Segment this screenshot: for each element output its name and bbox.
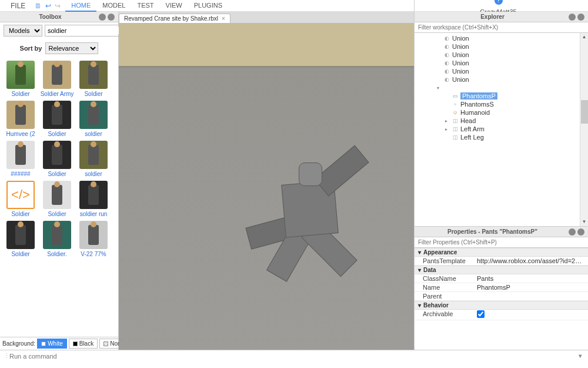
thumbnail bbox=[43, 101, 71, 129]
thumbnail bbox=[6, 61, 35, 89]
tree-node[interactable]: ▭PhantomsP bbox=[415, 92, 588, 100]
expand-icon[interactable]: ▾ bbox=[437, 85, 442, 91]
document-tabs: Revamped Crane site by Shake.rbxl × bbox=[119, 12, 414, 24]
prop-pants-template[interactable]: PantsTemplatehttp://www.roblox.com/asset… bbox=[415, 257, 588, 266]
section-behavior[interactable]: ▾Behavior bbox=[415, 301, 588, 310]
file-menu[interactable]: FILE bbox=[5, 0, 31, 12]
expand-icon[interactable]: ▸ bbox=[445, 118, 450, 124]
explorer-scrollbar[interactable]: ▲ ▼ bbox=[580, 33, 588, 226]
archivable-checkbox[interactable] bbox=[477, 310, 485, 318]
tree-node[interactable]: ▫PhantomsS bbox=[415, 100, 588, 108]
bg-black-button[interactable]: Black bbox=[69, 339, 98, 349]
collapse-icon: ▾ bbox=[418, 249, 421, 256]
menu-test[interactable]: TEST bbox=[131, 0, 159, 12]
toolbox-item[interactable]: soldier bbox=[75, 99, 112, 139]
toolbox-item[interactable]: </>Soldier bbox=[2, 179, 39, 219]
command-input[interactable] bbox=[9, 353, 576, 360]
toolbox-item[interactable]: soldier run bbox=[75, 179, 112, 219]
ico-union-icon: ◐ bbox=[443, 43, 450, 50]
properties-filter[interactable] bbox=[415, 237, 588, 248]
scroll-up-icon[interactable]: ▲ bbox=[580, 33, 588, 41]
toolbox-item[interactable]: ###### bbox=[2, 139, 39, 179]
toolbox-popout-icon[interactable] bbox=[99, 14, 106, 21]
ico-part-icon: ◫ bbox=[452, 134, 459, 141]
properties-list: ▾Appearance PantsTemplatehttp://www.robl… bbox=[415, 248, 588, 350]
category-select[interactable]: Models bbox=[4, 25, 42, 37]
explorer-filter[interactable] bbox=[415, 22, 588, 33]
tab-title: Revamped Crane site by Shake.rbxl bbox=[124, 15, 218, 22]
toolbox-item[interactable]: soldier bbox=[75, 139, 112, 179]
toolbox-item[interactable]: Soldier bbox=[2, 59, 39, 99]
ico-part-icon: ◫ bbox=[452, 117, 459, 124]
tree-node[interactable]: ◐Union bbox=[415, 51, 588, 59]
section-appearance[interactable]: ▾Appearance bbox=[415, 248, 588, 257]
avatar-left-arm bbox=[314, 145, 369, 197]
help-icon[interactable]: ? bbox=[495, 0, 503, 5]
tree-node[interactable]: ▸◫Left Arm bbox=[415, 125, 588, 133]
properties-filter-input[interactable] bbox=[415, 237, 588, 247]
toolbox-title: Toolbox bbox=[4, 14, 97, 20]
toolbox-grid[interactable]: SoldierSoldier ArmySoldierHumvee (2Soldi… bbox=[0, 59, 118, 337]
scroll-thumb[interactable] bbox=[581, 100, 588, 124]
toolbox-item[interactable]: Soldier bbox=[39, 179, 75, 219]
command-history-icon[interactable]: ▾ bbox=[576, 352, 584, 360]
new-file-icon[interactable]: 🗎 bbox=[35, 2, 42, 10]
tree-node[interactable]: ◐Union bbox=[415, 67, 588, 75]
properties-popout-icon[interactable] bbox=[569, 228, 576, 236]
thumbnail bbox=[43, 61, 71, 89]
toolbox-item[interactable]: V-22 77% bbox=[75, 219, 112, 259]
node-label: Union bbox=[452, 43, 469, 50]
tree-node[interactable]: ◐Union bbox=[415, 59, 588, 67]
menu-model[interactable]: MODEL bbox=[96, 0, 131, 12]
section-data[interactable]: ▾Data bbox=[415, 266, 588, 274]
explorer-tree[interactable]: ◐Union◐Union◐Union◐Union◐Union◐Union▾▭Ph… bbox=[415, 33, 588, 226]
toolbox-item[interactable]: Soldier bbox=[39, 139, 75, 179]
bg-white-button[interactable]: White bbox=[37, 339, 67, 349]
toolbox-item[interactable]: Soldier. bbox=[39, 219, 75, 259]
prop-archivable[interactable]: Archivable bbox=[415, 310, 588, 320]
toolbox-item[interactable]: Soldier bbox=[39, 99, 75, 139]
explorer-popout-icon[interactable] bbox=[569, 14, 576, 21]
tab-close-icon[interactable]: × bbox=[222, 15, 225, 22]
tree-node[interactable]: ◫Left Leg bbox=[415, 133, 588, 141]
quick-access: FILE 🗎 ↩ ↪ bbox=[0, 0, 65, 12]
search-input[interactable] bbox=[48, 27, 129, 34]
menu-view[interactable]: VIEW bbox=[160, 0, 188, 12]
explorer-close-icon[interactable] bbox=[577, 14, 584, 21]
prop-parent[interactable]: Parent bbox=[415, 292, 588, 301]
tree-node[interactable]: ◐Union bbox=[415, 75, 588, 84]
toolbox-item[interactable]: Soldier Army bbox=[39, 59, 75, 99]
3d-viewport[interactable] bbox=[119, 24, 414, 350]
node-label: Union bbox=[452, 35, 469, 42]
redo-icon[interactable]: ↪ bbox=[55, 2, 61, 10]
properties-close-icon[interactable] bbox=[577, 228, 584, 236]
tree-node[interactable]: ☺Humanoid bbox=[415, 108, 588, 117]
node-label: PhantomsS bbox=[460, 101, 494, 108]
prop-classname[interactable]: ClassNamePants bbox=[415, 274, 588, 283]
document-tab[interactable]: Revamped Crane site by Shake.rbxl × bbox=[119, 14, 230, 23]
item-label: Soldier bbox=[4, 251, 38, 257]
expand-icon[interactable]: ▸ bbox=[445, 127, 450, 132]
sort-select[interactable]: Relevance bbox=[45, 42, 98, 54]
toolbox-item[interactable]: Humvee (2 bbox=[2, 99, 39, 139]
ico-union-icon: ◐ bbox=[443, 35, 450, 42]
menu-plugins[interactable]: PLUGINS bbox=[188, 0, 228, 12]
tree-node[interactable]: ▾ bbox=[415, 84, 588, 92]
tree-node[interactable]: ◐Union bbox=[415, 34, 588, 42]
properties-title: Properties - Pants "PhantomsP" bbox=[418, 228, 567, 235]
command-bar[interactable]: ⋮⋮ ▾ bbox=[0, 350, 588, 362]
tree-node[interactable]: ◐Union bbox=[415, 42, 588, 51]
thumbnail bbox=[6, 141, 35, 169]
prop-name[interactable]: NamePhantomsP bbox=[415, 283, 588, 292]
scroll-down-icon[interactable]: ▼ bbox=[580, 218, 588, 226]
toolbox-item[interactable]: Soldier bbox=[2, 219, 39, 259]
item-label: Soldier bbox=[76, 91, 111, 97]
undo-icon[interactable]: ↩ bbox=[45, 2, 51, 10]
node-label: Head bbox=[460, 117, 476, 124]
menu-tabs: HOMEMODELTESTVIEWPLUGINS bbox=[65, 0, 228, 12]
explorer-filter-input[interactable] bbox=[415, 22, 588, 32]
menu-home[interactable]: HOME bbox=[65, 0, 96, 12]
toolbox-close-icon[interactable] bbox=[108, 14, 115, 21]
tree-node[interactable]: ▸◫Head bbox=[415, 117, 588, 125]
toolbox-item[interactable]: Soldier bbox=[75, 59, 112, 99]
